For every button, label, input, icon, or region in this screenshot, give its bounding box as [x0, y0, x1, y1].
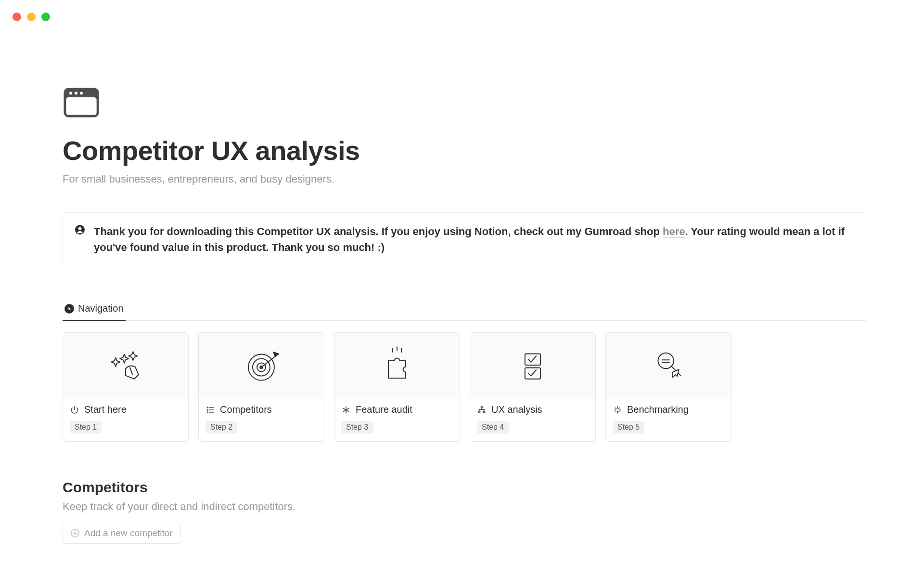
- card-label: Competitors: [220, 404, 272, 415]
- close-window-dot[interactable]: [13, 13, 21, 21]
- card-cover: [470, 333, 595, 397]
- minimize-window-dot[interactable]: [27, 13, 36, 21]
- nav-card-start-here[interactable]: Start here Step 1: [63, 332, 189, 442]
- svg-point-14: [207, 407, 208, 408]
- page-subtitle: For small businesses, entrepreneurs, and…: [63, 173, 866, 185]
- checklist-icon: [511, 343, 554, 387]
- nav-card-benchmarking[interactable]: Benchmarking Step 5: [605, 332, 732, 442]
- window-traffic-lights: [13, 13, 50, 21]
- card-label: Benchmarking: [627, 404, 689, 415]
- puzzle-icon: [375, 343, 419, 387]
- competitors-heading: Competitors: [63, 479, 866, 496]
- card-cover: [63, 333, 188, 397]
- svg-rect-1: [66, 97, 96, 115]
- svg-point-2: [69, 92, 72, 94]
- compass-icon: [64, 304, 74, 314]
- step-chip: Step 3: [341, 421, 373, 434]
- step-chip: Step 1: [70, 421, 102, 434]
- sparkle-icon: [613, 405, 622, 415]
- stars-hand-icon: [104, 343, 147, 387]
- page-title: Competitor UX analysis: [63, 135, 866, 166]
- card-label: Feature audit: [356, 404, 412, 415]
- competitors-subheading: Keep track of your direct and indirect c…: [63, 500, 866, 513]
- card-cover: [606, 333, 731, 397]
- nav-card-competitors[interactable]: Competitors Step 2: [198, 332, 324, 442]
- tab-navigation[interactable]: Navigation: [63, 298, 126, 321]
- list-icon: [205, 405, 215, 415]
- navigation-cards: Start here Step 1: [63, 332, 866, 442]
- step-chip: Step 5: [613, 421, 644, 434]
- nav-card-feature-audit[interactable]: Feature audit Step 3: [334, 332, 460, 442]
- svg-point-4: [80, 92, 83, 94]
- step-chip: Step 2: [205, 421, 237, 434]
- add-competitor-label: Add a new competitor: [84, 528, 173, 539]
- sitemap-icon: [477, 405, 487, 415]
- svg-point-3: [75, 92, 77, 94]
- maximize-window-dot[interactable]: [41, 13, 50, 21]
- add-competitor-button[interactable]: Add a new competitor: [63, 523, 181, 544]
- asterisk-icon: [341, 405, 351, 415]
- svg-point-6: [78, 227, 81, 230]
- card-label: UX analysis: [491, 404, 542, 415]
- gumroad-link[interactable]: here: [663, 225, 685, 238]
- magnify-click-icon: [647, 343, 690, 387]
- svg-point-16: [207, 412, 208, 413]
- callout-avatar-icon: [75, 224, 85, 237]
- thank-you-callout: Thank you for downloading this Competito…: [63, 212, 866, 266]
- step-chip: Step 4: [477, 421, 509, 434]
- card-cover: [334, 333, 460, 397]
- nav-card-ux-analysis[interactable]: UX analysis Step 4: [470, 332, 596, 442]
- tab-label: Navigation: [78, 303, 124, 314]
- power-icon: [70, 405, 79, 415]
- card-cover: [199, 333, 324, 397]
- view-tabs: Navigation: [63, 298, 866, 321]
- add-person-icon: [71, 529, 79, 538]
- page-icon-browser-window-icon: [63, 87, 100, 118]
- card-label: Start here: [84, 404, 127, 415]
- target-icon: [240, 343, 283, 387]
- callout-prefix: Thank you for downloading this Competito…: [94, 225, 663, 237]
- callout-text: Thank you for downloading this Competito…: [94, 223, 854, 255]
- svg-point-15: [207, 409, 208, 410]
